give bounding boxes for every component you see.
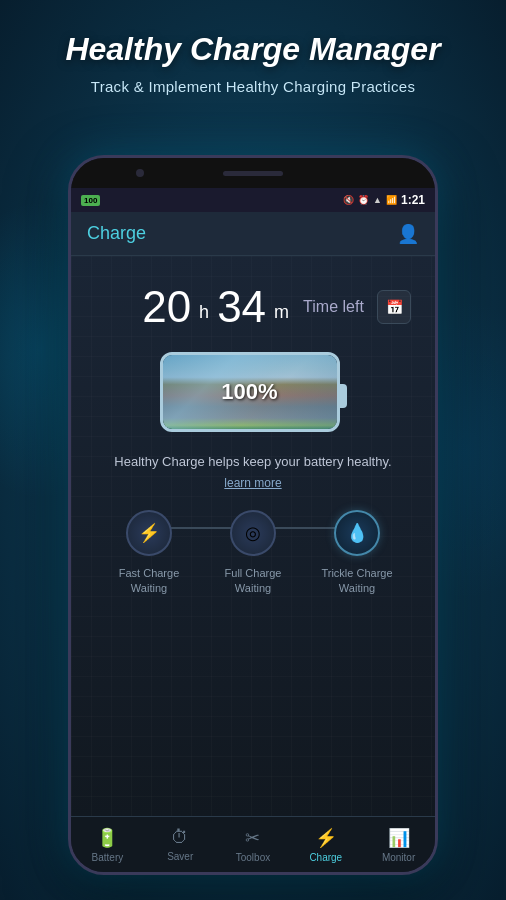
trickle-charge-option[interactable]: 💧 Trickle Charge Waiting: [312, 510, 402, 597]
time-hours: 20: [142, 282, 191, 332]
wifi-icon: ▲: [373, 195, 382, 205]
fast-charge-icon-circle: ⚡: [126, 510, 172, 556]
saver-nav-label: Saver: [167, 851, 193, 862]
status-time: 1:21: [401, 193, 425, 207]
camera-dot: [136, 169, 144, 177]
app-toolbar: Charge 👤: [71, 212, 435, 256]
full-charge-option[interactable]: ◎ Full Charge Waiting: [208, 510, 298, 597]
app-subtitle: Track & Implement Healthy Charging Pract…: [30, 78, 476, 95]
nav-toolbox[interactable]: ✂ Toolbox: [217, 817, 290, 872]
description-text: Healthy Charge helps keep your battery h…: [114, 454, 391, 469]
battery-nav-label: Battery: [92, 852, 124, 863]
profile-icon[interactable]: 👤: [397, 223, 419, 245]
nav-monitor[interactable]: 📊 Monitor: [362, 817, 435, 872]
time-minutes: 34: [217, 282, 266, 332]
nav-saver[interactable]: ⏱ Saver: [144, 817, 217, 872]
phone-frame: 100 🔇 ⏰ ▲ 📶 1:21 Charge 👤 20 h 34 m Time…: [68, 155, 438, 875]
time-left-label: Time left: [303, 298, 364, 316]
full-charge-icon: ◎: [245, 522, 261, 544]
hours-unit: h: [199, 302, 209, 323]
nav-charge[interactable]: ⚡ Charge: [289, 817, 362, 872]
status-right: 🔇 ⏰ ▲ 📶 1:21: [343, 193, 425, 207]
fast-charge-label: Fast Charge Waiting: [104, 566, 194, 597]
battery-visual-container: 100%: [87, 352, 419, 432]
main-content: 20 h 34 m Time left 📅 100% Healthy Charg…: [71, 256, 435, 816]
trickle-charge-icon-circle: 💧: [334, 510, 380, 556]
header: Healthy Charge Manager Track & Implement…: [0, 0, 506, 115]
learn-more-link[interactable]: learn more: [87, 476, 419, 490]
battery-tip: [339, 384, 347, 408]
saver-nav-icon: ⏱: [171, 827, 189, 848]
phone-top: [71, 158, 435, 188]
charge-nav-label: Charge: [309, 852, 342, 863]
trickle-charge-icon: 💧: [346, 522, 368, 544]
full-charge-icon-circle: ◎: [230, 510, 276, 556]
signal-icon: 📶: [386, 195, 397, 205]
toolbox-nav-icon: ✂: [245, 827, 260, 849]
toolbar-title: Charge: [87, 223, 397, 244]
time-section: 20 h 34 m Time left 📅: [87, 282, 419, 332]
full-charge-label: Full Charge Waiting: [208, 566, 298, 597]
calendar-icon-wrapper: 📅: [377, 290, 411, 324]
alarm-icon: ⏰: [358, 195, 369, 205]
mute-icon: 🔇: [343, 195, 354, 205]
minutes-unit: m: [274, 302, 289, 323]
nav-battery[interactable]: 🔋 Battery: [71, 817, 144, 872]
app-title: Healthy Charge Manager: [30, 30, 476, 68]
battery-status-indicator: 100: [81, 195, 100, 206]
description-section: Healthy Charge helps keep your battery h…: [87, 452, 419, 490]
battery-body: 100%: [160, 352, 340, 432]
charge-options-row: ⚡ Fast Charge Waiting ◎ Full Charge Wait…: [87, 490, 419, 607]
charge-nav-icon: ⚡: [315, 827, 337, 849]
monitor-nav-label: Monitor: [382, 852, 415, 863]
status-left: 100: [81, 195, 100, 206]
status-bar: 100 🔇 ⏰ ▲ 📶 1:21: [71, 188, 435, 212]
battery-percentage-text: 100%: [221, 379, 277, 405]
calendar-icon: 📅: [386, 299, 403, 315]
toolbox-nav-label: Toolbox: [236, 852, 270, 863]
monitor-nav-icon: 📊: [388, 827, 410, 849]
fast-charge-icon: ⚡: [138, 522, 160, 544]
fast-charge-option[interactable]: ⚡ Fast Charge Waiting: [104, 510, 194, 597]
bottom-navigation: 🔋 Battery ⏱ Saver ✂ Toolbox ⚡ Charge 📊 M…: [71, 816, 435, 872]
trickle-charge-label: Trickle Charge Waiting: [312, 566, 402, 597]
calendar-button[interactable]: 📅: [377, 290, 411, 324]
speaker-grille: [223, 171, 283, 176]
battery-nav-icon: 🔋: [96, 827, 118, 849]
